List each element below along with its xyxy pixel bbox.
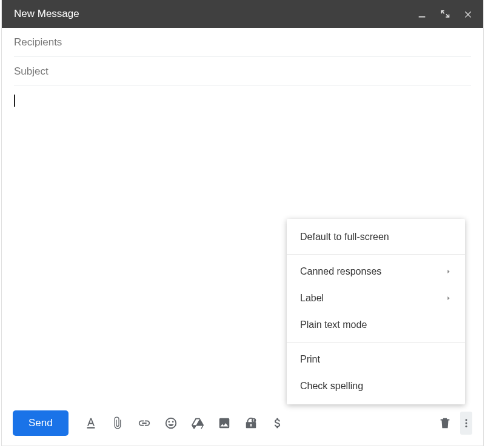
formatting-tools xyxy=(84,416,284,430)
menu-item-label: Canned responses xyxy=(300,266,381,277)
compose-fields: Recipients Subject xyxy=(2,28,483,86)
compose-title: New Message xyxy=(14,8,416,20)
menu-item-label: Label xyxy=(300,293,324,304)
recipients-field[interactable]: Recipients xyxy=(14,28,471,57)
menu-plain-text[interactable]: Plain text mode xyxy=(287,312,465,338)
menu-separator xyxy=(287,342,465,343)
menu-check-spelling[interactable]: Check spelling xyxy=(287,373,465,400)
money-icon[interactable] xyxy=(271,416,284,430)
emoji-icon[interactable] xyxy=(164,416,178,430)
svg-point-3 xyxy=(466,419,467,421)
menu-print[interactable]: Print xyxy=(287,346,465,373)
svg-point-4 xyxy=(466,423,467,424)
confidential-icon[interactable] xyxy=(244,416,258,430)
attach-icon[interactable] xyxy=(111,416,124,430)
menu-separator xyxy=(287,254,465,255)
compose-toolbar: Send xyxy=(2,406,483,446)
more-options-button[interactable] xyxy=(460,412,472,435)
send-button[interactable]: Send xyxy=(13,410,69,436)
expand-icon[interactable] xyxy=(440,8,450,19)
chevron-right-icon xyxy=(446,293,452,304)
menu-item-label: Print xyxy=(300,354,320,365)
menu-default-fullscreen[interactable]: Default to full-screen xyxy=(287,224,465,250)
trash-icon[interactable] xyxy=(438,416,452,430)
link-icon[interactable] xyxy=(138,416,151,430)
svg-point-5 xyxy=(466,426,467,427)
menu-item-label: Check spelling xyxy=(300,381,363,392)
menu-item-label: Plain text mode xyxy=(300,319,367,330)
subject-field[interactable]: Subject xyxy=(14,57,471,86)
close-icon[interactable] xyxy=(463,8,473,19)
drive-icon[interactable] xyxy=(191,416,204,430)
image-icon[interactable] xyxy=(218,416,231,430)
svg-rect-0 xyxy=(419,16,426,18)
menu-item-label: Default to full-screen xyxy=(300,232,389,242)
more-options-menu: Default to full-screen Canned responses … xyxy=(287,219,465,404)
text-cursor xyxy=(14,95,15,107)
svg-rect-1 xyxy=(87,427,95,428)
chevron-right-icon xyxy=(446,266,452,277)
header-actions xyxy=(416,8,473,19)
format-text-icon[interactable] xyxy=(84,416,98,430)
minimize-icon[interactable] xyxy=(416,8,427,19)
menu-canned-responses[interactable]: Canned responses xyxy=(287,258,465,285)
toolbar-right xyxy=(438,412,472,435)
compose-header: New Message xyxy=(2,0,483,28)
compose-window: New Message Recipients Subject Default t… xyxy=(1,0,484,446)
menu-label[interactable]: Label xyxy=(287,285,465,312)
